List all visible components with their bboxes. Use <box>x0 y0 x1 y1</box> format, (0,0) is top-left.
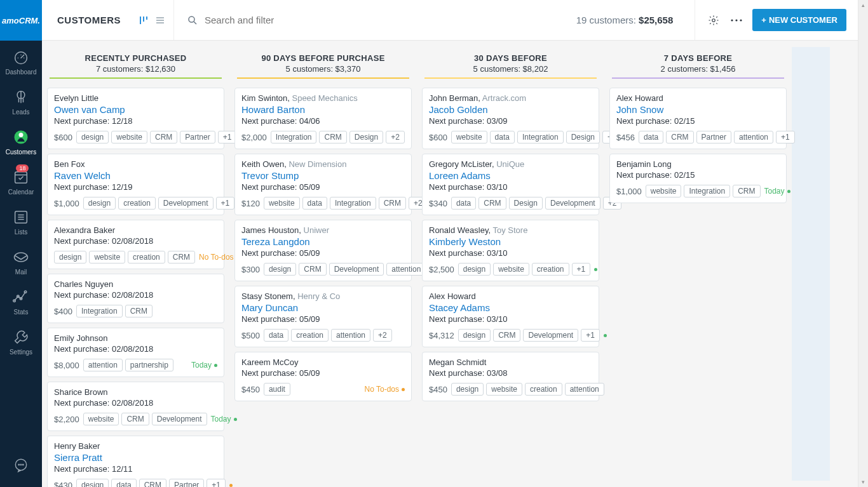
tag[interactable]: data <box>451 197 476 210</box>
customer-name-link[interactable]: Mary Duncan <box>241 302 405 313</box>
sidebar-item-dashboard[interactable]: Dashboard <box>6 41 37 81</box>
tag[interactable]: attention <box>734 131 773 143</box>
tag[interactable]: design <box>451 383 484 396</box>
chat-button[interactable] <box>0 446 42 487</box>
tag[interactable]: audit <box>264 383 290 396</box>
tag[interactable]: Partner <box>696 131 731 143</box>
search-input[interactable] <box>205 15 570 25</box>
customer-card[interactable]: John Berman, Artrack.comJacob GoldenNext… <box>422 88 599 149</box>
tag[interactable]: data <box>302 197 327 210</box>
tag[interactable]: +1 <box>207 479 226 487</box>
customer-card[interactable]: Ronald Weasley, Toy StoreKimberly Weston… <box>422 220 599 281</box>
tag[interactable]: Integration <box>76 305 123 317</box>
tag[interactable]: design <box>54 251 86 264</box>
customer-name-link[interactable]: Owen van Camp <box>54 104 217 115</box>
tag[interactable]: Integration <box>271 131 317 143</box>
tag[interactable]: website <box>486 383 522 396</box>
more-icon[interactable] <box>729 13 743 27</box>
tag[interactable]: +2 <box>373 329 392 342</box>
tag[interactable]: website <box>451 131 487 143</box>
customer-card[interactable]: Kareem McCoyNext purchase: 05/09$450audi… <box>234 352 412 401</box>
customer-card[interactable]: Evelyn LittleOwen van CampNext purchase:… <box>47 88 224 149</box>
tag[interactable]: Development <box>523 329 578 342</box>
kanban-board[interactable]: RECENTLY PURCHASED7 customers: $12,630Ev… <box>42 41 858 487</box>
tag[interactable]: Design <box>566 131 600 143</box>
customer-name-link[interactable]: Stacey Adams <box>429 302 592 313</box>
tag[interactable]: +1 <box>218 131 237 143</box>
tag[interactable]: partnership <box>125 359 173 371</box>
tag[interactable]: design <box>83 197 116 210</box>
tag[interactable]: Partner <box>180 131 215 143</box>
tag[interactable]: +1 <box>572 263 591 276</box>
tag[interactable]: Development <box>329 263 384 276</box>
tag[interactable]: CRM <box>379 197 406 210</box>
customer-card[interactable]: James Houston, UniwerTereza LangdonNext … <box>234 220 412 281</box>
customer-name-link[interactable]: John Snow <box>616 104 780 115</box>
tag[interactable]: website <box>89 251 125 264</box>
tag[interactable]: website <box>493 263 529 276</box>
tag[interactable]: data <box>490 131 515 143</box>
tag[interactable]: Integration <box>684 185 730 197</box>
tag[interactable]: CRM <box>168 251 195 264</box>
tag[interactable]: CRM <box>666 131 693 143</box>
tag[interactable]: CRM <box>478 197 506 210</box>
customer-card[interactable]: Henry BakerSierra PrattNext purchase: 12… <box>47 436 224 487</box>
tag[interactable]: data <box>111 479 136 487</box>
customer-card[interactable]: Sharice BrownNext purchase: 02/08/2018$2… <box>47 382 224 431</box>
tag[interactable]: Design <box>509 197 543 210</box>
gear-icon[interactable] <box>707 13 721 27</box>
tag[interactable]: Integration <box>330 197 376 210</box>
tag[interactable]: CRM <box>319 131 346 143</box>
scroll-down-icon[interactable]: ▾ <box>858 477 868 487</box>
customer-card[interactable]: Emily JohnsonNext purchase: 02/08/2018$8… <box>47 328 224 377</box>
customer-name-link[interactable]: Howard Barton <box>241 104 405 115</box>
tag[interactable]: creation <box>291 329 329 342</box>
customer-name-link[interactable]: Jacob Golden <box>429 104 592 115</box>
pipeline-view-icon[interactable] <box>138 15 149 26</box>
tag[interactable]: +1 <box>581 329 600 342</box>
tag[interactable]: website <box>83 413 119 425</box>
customer-name-link[interactable]: Tereza Langdon <box>241 236 405 247</box>
tag[interactable]: Development <box>152 413 207 425</box>
customer-name-link[interactable]: Sierra Pratt <box>54 452 217 463</box>
tag[interactable]: CRM <box>733 185 760 197</box>
tag[interactable]: CRM <box>493 329 520 342</box>
tag[interactable]: website <box>264 197 300 210</box>
sidebar-item-customers[interactable]: Customers <box>6 121 37 161</box>
tag[interactable]: data <box>639 131 663 143</box>
tag[interactable]: Development <box>545 197 600 210</box>
sidebar-item-lists[interactable]: Lists <box>6 201 37 241</box>
customer-card[interactable]: Alex HowardJohn SnowNext purchase: 02/15… <box>609 88 787 149</box>
logo[interactable]: amoCRM. <box>0 0 42 41</box>
tag[interactable]: CRM <box>139 479 166 487</box>
tag[interactable]: CRM <box>121 413 149 425</box>
list-view-icon[interactable] <box>154 15 166 26</box>
customer-card[interactable]: Stasy Stonem, Henry & CoMary DuncanNext … <box>234 286 412 347</box>
customer-card[interactable]: Megan SchmidtNext purchase: 03/08$450des… <box>422 352 599 401</box>
sidebar-item-calendar[interactable]: Calendar18 <box>6 161 37 201</box>
customer-name-link[interactable]: Raven Welch <box>54 170 217 181</box>
sidebar-item-mail[interactable]: Mail <box>6 241 37 281</box>
sidebar-item-stats[interactable]: Stats <box>6 281 37 321</box>
customer-card[interactable]: Gregory McLister, UniQueLoreen AdamsNext… <box>422 154 599 215</box>
tag[interactable]: creation <box>532 263 569 276</box>
customer-card[interactable]: Keith Owen, New DimensionTrevor StumpNex… <box>234 154 412 215</box>
tag[interactable]: +1 <box>216 197 235 210</box>
tag[interactable]: website <box>646 185 682 197</box>
tag[interactable]: design <box>458 263 491 276</box>
scroll-up-icon[interactable]: ▴ <box>858 0 868 10</box>
sidebar-item-settings[interactable]: Settings <box>6 321 37 361</box>
vertical-scrollbar[interactable]: ▴ ▾ <box>858 0 868 487</box>
tag[interactable]: design <box>76 479 109 487</box>
tag[interactable]: +1 <box>776 131 795 143</box>
tag[interactable]: +2 <box>386 131 405 143</box>
customer-card[interactable]: Benjamin LongNext purchase: 02/15$1,000w… <box>609 154 787 203</box>
customer-card[interactable]: Alexandra BakerNext purchase: 02/08/2018… <box>47 220 224 269</box>
tag[interactable]: Design <box>349 131 383 143</box>
tag[interactable]: CRM <box>150 131 177 143</box>
tag[interactable]: creation <box>525 383 562 396</box>
tag[interactable]: creation <box>118 197 156 210</box>
customer-name-link[interactable]: Kimberly Weston <box>429 236 592 247</box>
sidebar-item-leads[interactable]: Leads <box>6 81 37 121</box>
tag[interactable]: Partner <box>169 479 204 487</box>
